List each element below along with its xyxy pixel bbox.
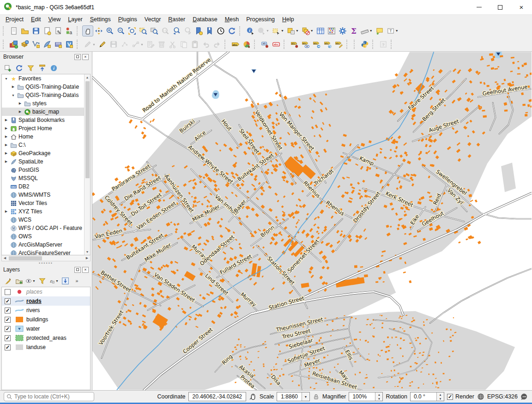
layer-visibility-checkbox[interactable]: ✓ [5,326,11,332]
processing-toolbox-button[interactable] [337,25,348,36]
minimize-button[interactable] [468,0,490,15]
refresh-map-button[interactable] [226,25,237,36]
expand-arrow-icon[interactable]: ▶ [3,127,9,130]
python-console-button[interactable] [359,39,370,50]
filter-by-expression-button[interactable]: ε▼ [48,276,59,286]
locate-box[interactable] [4,392,94,401]
panel-overflow-button[interactable]: » [72,276,82,286]
expand-arrow-icon[interactable]: ▶ [3,143,9,147]
expand-arrow-icon[interactable]: ▶ [17,110,23,114]
measure-button[interactable]: ▼ [359,25,374,36]
style-manager-button[interactable]: a [64,25,75,36]
rotate-label-button[interactable]: abc [322,39,333,50]
browser-vscrollbar[interactable]: ▲▼ [84,74,90,255]
rotation-spinner[interactable]: 0.0 ° ▲▼ [410,392,444,401]
deselect-all-dropdown-icon[interactable]: ▼ [310,29,314,32]
move-label-button[interactable]: abc [311,39,322,50]
maximize-button[interactable] [490,0,511,15]
change-label-button[interactable]: abc [333,39,345,50]
layer-row-buildings[interactable]: ✓buildings [2,315,90,324]
extents-coordinate-toggle-icon[interactable] [249,393,257,401]
pin-unpin-labels-button[interactable]: abc [289,39,300,50]
add-group-button[interactable] [14,276,24,286]
browser-item-favorites[interactable]: ▼★Favorites [2,74,90,83]
collapse-all-button[interactable] [37,63,47,73]
add-vector-layer-button[interactable] [19,39,30,50]
menu-edit[interactable]: Edit [27,15,45,24]
manage-map-themes-dropdown-icon[interactable]: ▼ [32,279,36,283]
highlight-pinned-labels-button[interactable]: ab [260,39,271,50]
show-spatial-bookmarks-button[interactable] [204,25,215,36]
browser-item-basic-map[interactable]: ▶basic_map [2,108,90,116]
zoom-to-selection-button[interactable] [138,25,149,36]
select-features-button[interactable]: ▼ [271,25,285,36]
collapse-arrow-icon[interactable]: ▼ [10,94,16,97]
layer-row-rivers[interactable]: ✓rivers [2,306,90,315]
browser-item-spatial-bookmarks[interactable]: ▶Spatial Bookmarks [2,116,90,124]
new-spatialite-layer-button[interactable] [53,39,64,50]
menu-settings[interactable]: Settings [86,15,115,24]
zoom-full-button[interactable] [127,25,138,36]
zoom-out-button[interactable] [115,25,127,36]
lock-scale-icon[interactable] [313,393,320,400]
crs-globe-icon[interactable] [477,393,484,400]
menu-raster[interactable]: Raster [164,15,189,24]
map-tips-button[interactable] [374,25,385,36]
expand-collapse-all-button[interactable] [60,276,70,286]
menu-view[interactable]: View [44,15,64,24]
browser-item-wfs-ogc-api-feature[interactable]: VWFS / OGC API - Feature [2,224,90,232]
refresh-browser-button[interactable] [14,63,24,73]
layer-visibility-checkbox[interactable]: ✓ [5,308,11,314]
browser-item-c[interactable]: ▶C:\ [2,141,90,149]
open-project-button[interactable] [19,25,30,36]
close-button[interactable]: × [511,0,532,15]
coordinate-value[interactable]: 20.46062,-34.02842 [188,392,246,401]
select-features-dropdown-icon[interactable]: ▼ [281,29,284,32]
browser-item-spatialite[interactable]: ▶SpatiaLite [2,157,90,166]
layers-close-button[interactable]: × [82,267,89,273]
layer-row-places[interactable]: places [2,287,90,296]
zoom-last-button[interactable] [171,25,182,36]
locate-input[interactable] [14,393,88,400]
layer-row-protected_areas[interactable]: ✓protected_areas [2,333,90,343]
menu-mesh[interactable]: Mesh [221,15,243,24]
add-selected-layers-button[interactable] [2,63,12,73]
expand-arrow-icon[interactable]: ▶ [3,151,9,155]
layer-visibility-checkbox[interactable]: ✓ [5,317,11,323]
browser-item-wcs[interactable]: WCS [2,216,90,224]
temporal-controller-button[interactable] [215,25,226,36]
panel-splitter[interactable]: •••••• [0,261,92,265]
browser-item-geopackage[interactable]: ▶GeoPackage [2,149,90,157]
text-annotation-button[interactable]: T▼ [385,25,400,36]
map-canvas[interactable]: Road to Marloth Nature ReserveBuirskiAli… [92,52,532,390]
expand-arrow-icon[interactable]: ▶ [3,160,9,163]
menu-database[interactable]: Database [189,15,221,24]
layer-diagram-options-button[interactable] [241,39,252,50]
expand-arrow-icon[interactable]: ▶ [17,102,23,105]
measure-dropdown-icon[interactable]: ▼ [369,29,373,32]
browser-item-qgis-training-data-s[interactable]: ▼QGIS-Training-Data\s [2,91,90,99]
layers-float-button[interactable] [74,267,81,273]
filter-by-expression-dropdown-icon[interactable]: ▼ [55,279,59,283]
identify-features-button[interactable]: i [245,25,256,36]
zoom-in-button[interactable] [104,25,115,36]
select-by-form-button[interactable]: ▼ [285,25,300,36]
browser-item-xyz-tiles[interactable]: ▶XYZ Tiles [2,207,90,216]
layer-visibility-checkbox[interactable]: ✓ [5,335,11,341]
browser-item-vector-tiles[interactable]: Vector Tiles [2,199,90,207]
browser-float-button[interactable] [74,54,81,60]
layer-visibility-checkbox[interactable]: ✓ [5,298,11,304]
expand-arrow-icon[interactable]: ▶ [3,118,9,122]
expand-arrow-icon[interactable]: ▶ [10,85,16,89]
browser-properties-button[interactable]: i [48,63,59,73]
statistical-summary-button[interactable] [326,25,337,36]
filter-legend-button[interactable] [37,276,47,286]
browser-item-wms-wmts[interactable]: WMS/WMTS [2,191,90,199]
menu-project[interactable]: Project [2,15,27,24]
run-feature-action-dropdown-icon[interactable]: ▼ [266,29,269,32]
scale-combo[interactable]: 1:8860 ▼ [277,392,310,401]
epsg-status[interactable]: EPSG:4326 [487,393,518,400]
open-layer-styling-panel-button[interactable] [2,276,12,286]
deselect-all-button[interactable]: ▼ [300,25,315,36]
magnifier-spinner[interactable]: 100% ▲▼ [349,392,383,401]
